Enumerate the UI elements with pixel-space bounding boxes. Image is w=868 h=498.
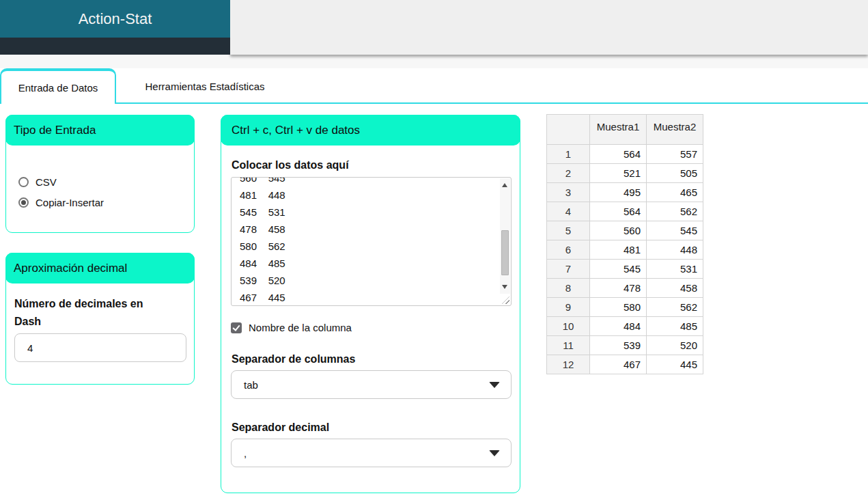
table-row: 8 478 458 (547, 279, 703, 298)
cell-muestra2[interactable]: 458 (647, 279, 703, 298)
scroll-down-icon[interactable] (502, 285, 507, 289)
cell-muestra2[interactable]: 485 (647, 317, 703, 336)
cell-muestra2[interactable]: 562 (647, 298, 703, 317)
tab-label: Entrada de Datos (18, 82, 98, 94)
cell-muestra2[interactable]: 531 (647, 260, 703, 279)
header-substrip (0, 55, 868, 68)
cell-muestra1[interactable]: 564 (590, 202, 647, 221)
column-separator-label: Separador de columnas (232, 350, 355, 368)
cell-muestra1[interactable]: 564 (590, 145, 647, 164)
decimal-separator-dropdown[interactable]: , (231, 439, 512, 467)
cell-muestra1[interactable]: 580 (590, 298, 647, 317)
radio-option-copiar-insertar[interactable]: Copiar-Insertar (18, 197, 104, 208)
row-index-cell: 4 (547, 202, 590, 221)
row-index-cell: 1 (547, 145, 590, 164)
decimals-field-label: Número de decimales en Dash (14, 295, 168, 331)
input-type-panel-header: Tipo de Entrada (5, 115, 195, 146)
textarea-content[interactable]: 560 545 481 448 545 531 478 458 580 562 … (240, 177, 285, 306)
scrollbar-thumb[interactable] (501, 230, 509, 275)
table-row: 1 564 557 (547, 145, 703, 164)
cell-muestra2[interactable]: 562 (647, 202, 703, 221)
dropdown-caret-icon[interactable] (489, 450, 500, 456)
checkbox-checked-icon[interactable] (231, 322, 242, 333)
header-gray-area (230, 0, 868, 55)
row-index-cell: 5 (547, 221, 590, 240)
table-row: 10 484 485 (547, 317, 703, 336)
input-type-panel: Tipo de Entrada CSV Copiar-Insertar (5, 115, 195, 233)
radio-option-csv[interactable]: CSV (18, 176, 57, 188)
app-window: Action-Stat Entrada de Datos Herramienta… (0, 0, 868, 498)
textarea-label: Colocar los datos aquí (232, 156, 505, 174)
paste-data-panel: Ctrl + c, Ctrl + v de datos Colocar los … (221, 115, 520, 493)
row-index-cell: 8 (547, 279, 590, 298)
tab-entrada-de-datos[interactable]: Entrada de Datos (0, 68, 116, 104)
table-header-row: Muestra1 Muestra2 (547, 115, 703, 145)
decimal-approximation-panel: Aproximación decimal Número de decimales… (5, 253, 195, 385)
paste-panel-header: Ctrl + c, Ctrl + v de datos (221, 115, 520, 146)
tab-label: Herramientas Estadísticas (145, 81, 264, 92)
row-index-cell: 12 (547, 355, 590, 374)
table-row: 6 481 448 (547, 240, 703, 260)
panel-title: Aproximación decimal (14, 262, 127, 275)
table-row: 5 560 545 (547, 221, 703, 240)
row-index-cell: 11 (547, 336, 590, 355)
table-row: 11 539 520 (547, 336, 703, 355)
checkbox-label: Nombre de la columna (249, 322, 352, 333)
decimal-separator-label: Separador decimal (232, 419, 329, 437)
cell-muestra2[interactable]: 448 (647, 240, 703, 260)
cell-muestra1[interactable]: 539 (590, 336, 647, 355)
cell-muestra2[interactable]: 505 (647, 164, 703, 183)
cell-muestra1[interactable]: 545 (590, 260, 647, 279)
tab-bar: Entrada de Datos Herramientas Estadístic… (0, 68, 868, 104)
samples-table: Muestra1 Muestra2 1 564 557 2 521 505 3 … (546, 114, 703, 374)
column-separator-dropdown[interactable]: tab (231, 370, 512, 399)
cell-muestra2[interactable]: 465 (647, 183, 703, 202)
data-textarea[interactable]: 560 545 481 448 545 531 478 458 580 562 … (231, 177, 512, 306)
cell-muestra1[interactable]: 478 (590, 279, 647, 298)
tab-herramientas-estadisticas[interactable]: Herramientas Estadísticas (116, 68, 294, 104)
radio-label: CSV (36, 176, 57, 188)
row-index-cell: 7 (547, 260, 590, 279)
radio-button-checked-icon[interactable] (18, 197, 29, 208)
column-header-muestra1: Muestra1 (590, 115, 647, 145)
cell-muestra1[interactable]: 495 (590, 183, 647, 202)
cell-muestra2[interactable]: 557 (647, 145, 703, 164)
table-row: 7 545 531 (547, 260, 703, 279)
row-index-cell: 6 (547, 240, 590, 260)
row-index-cell: 2 (547, 164, 590, 183)
row-index-cell: 3 (547, 183, 590, 202)
table-row: 3 495 465 (547, 183, 703, 202)
dropdown-caret-icon[interactable] (489, 382, 500, 388)
resize-handle-icon[interactable] (502, 296, 509, 304)
textarea-scrollbar[interactable] (500, 178, 510, 294)
row-index-cell: 9 (547, 298, 590, 317)
decimals-input[interactable] (14, 333, 186, 362)
cell-muestra1[interactable]: 560 (590, 221, 647, 240)
cell-muestra1[interactable]: 481 (590, 240, 647, 260)
cell-muestra1[interactable]: 467 (590, 355, 647, 374)
table-row: 4 564 562 (547, 202, 703, 221)
app-title-banner: Action-Stat (0, 0, 230, 38)
dropdown-value: tab (244, 379, 258, 391)
cell-muestra1[interactable]: 484 (590, 317, 647, 336)
dropdown-value: , (244, 447, 247, 459)
brand-underbar (0, 38, 230, 55)
index-column-header (547, 115, 590, 145)
column-header-muestra2: Muestra2 (647, 115, 703, 145)
panel-title: Ctrl + c, Ctrl + v de datos (232, 124, 360, 137)
cell-muestra2[interactable]: 520 (647, 336, 703, 355)
scroll-up-icon[interactable] (502, 183, 507, 187)
table-row: 2 521 505 (547, 164, 703, 183)
panel-title: Tipo de Entrada (14, 124, 96, 137)
cell-muestra2[interactable]: 445 (647, 355, 703, 374)
cell-muestra2[interactable]: 545 (647, 221, 703, 240)
radio-label: Copiar-Insertar (36, 197, 104, 208)
table-row: 12 467 445 (547, 355, 703, 374)
app-title: Action-Stat (79, 10, 152, 27)
decimal-panel-header: Aproximación decimal (5, 253, 195, 283)
cell-muestra1[interactable]: 521 (590, 164, 647, 183)
row-index-cell: 10 (547, 317, 590, 336)
column-name-checkbox-row[interactable]: Nombre de la columna (231, 322, 352, 333)
radio-button-icon[interactable] (18, 177, 29, 187)
table-row: 9 580 562 (547, 298, 703, 317)
